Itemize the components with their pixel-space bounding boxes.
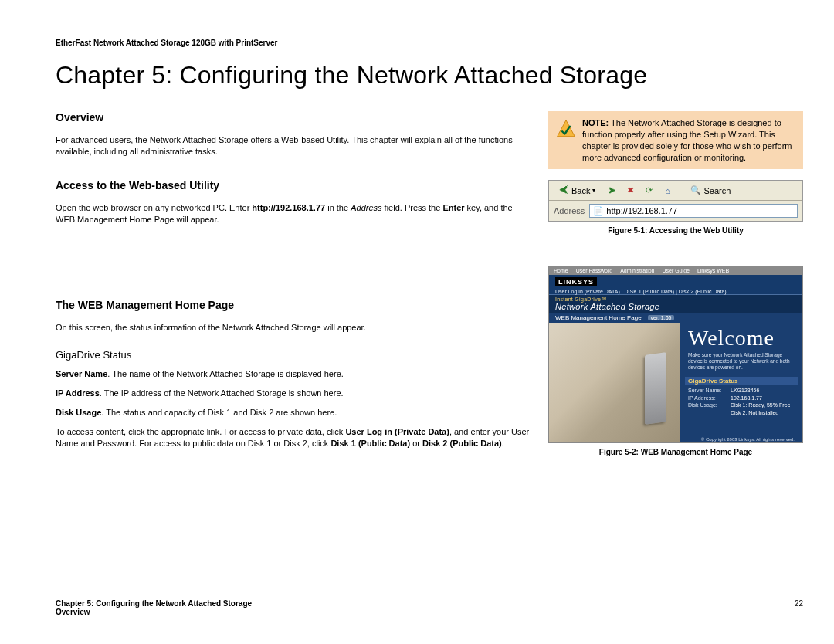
forward-button[interactable]: ⮞ [604, 183, 619, 198]
address-field[interactable]: 📄 http://192.168.1.77 [589, 204, 798, 218]
svg-marker-0 [558, 120, 575, 137]
text: To access content, click the appropriate… [56, 427, 345, 436]
access-body: Open the web browser on any networked PC… [56, 202, 531, 225]
note-label: NOTE: [582, 118, 609, 127]
text: The Network Attached Storage is designed… [582, 118, 792, 162]
chevron-down-icon: ▾ [592, 187, 595, 194]
topnav-link[interactable]: User Password [576, 268, 612, 273]
version-badge: ver. 1.05 [648, 315, 675, 320]
footer-line1: Chapter 5: Configuring the Network Attac… [56, 599, 803, 608]
accesscontent-line: To access content, click the appropriate… [56, 426, 531, 449]
side-column: NOTE: The Network Attached Storage is de… [548, 111, 803, 456]
figure-2-caption: Figure 5-2: WEB Management Home Page [548, 448, 803, 456]
status-val: LKG123456 [731, 387, 795, 395]
main-column: Overview For advanced users, the Network… [56, 111, 531, 456]
webmgmt-photo [549, 323, 680, 443]
status-val: Disk 2: Not Installed [731, 409, 795, 417]
note-callout: NOTE: The Network Attached Storage is de… [548, 111, 803, 169]
status-key [688, 409, 731, 417]
title-text: Network Attached Storage [555, 302, 659, 311]
status-row: IP Address:192.168.1.77 [688, 395, 795, 402]
back-button[interactable]: ⮜ Back ▾ [554, 182, 601, 198]
search-label: Search [703, 186, 731, 195]
browser-toolbar: ⮜ Back ▾ ⮞ ✖ ⟳ ⌂ 🔍 Search [549, 181, 802, 201]
search-button[interactable]: 🔍 Search [685, 183, 736, 198]
topnav-link[interactable]: User Guide [663, 268, 690, 273]
home-button[interactable]: ⌂ [659, 183, 675, 198]
search-icon: 🔍 [690, 185, 701, 195]
page-number: 22 [795, 599, 803, 608]
label: Disk 2 (Public Data) [422, 439, 502, 448]
status-key: Server Name: [688, 387, 731, 395]
label: Disk Usage [56, 408, 101, 417]
text: . The status and capacity of Disk 1 and … [101, 408, 337, 417]
diskusage-line: Disk Usage. The status and capacity of D… [56, 407, 531, 419]
status-key: Disk Usage: [688, 402, 731, 409]
url-text: http://192.168.1.77 [252, 203, 325, 212]
webmgmt-topnav: Home User Password Administration User G… [549, 266, 802, 275]
label: IP Address [56, 388, 100, 398]
page-icon: 📄 [593, 206, 604, 216]
webmgmt-tabbar: User Log in (Private DATA) | DISK 1 (Pub… [555, 289, 796, 294]
separator [680, 184, 680, 198]
text: Open the web browser on any networked PC… [56, 203, 252, 212]
text: Address [351, 203, 381, 212]
label: User Log in (Private Data) [345, 427, 449, 436]
topnav-link[interactable]: Administration [620, 268, 654, 273]
footer-line2: Overview [56, 608, 803, 616]
text: . The name of the Network Attached Stora… [107, 369, 344, 378]
document-header: EtherFast Network Attached Storage 120GB… [56, 39, 803, 47]
subbar-text: WEB Management Home Page [555, 314, 642, 321]
topnav-link[interactable]: Home [554, 268, 568, 273]
status-row: Disk 2: Not Installed [688, 409, 795, 417]
webmgmt-footer: © Copyright 2003 Linksys. All rights res… [688, 437, 795, 442]
back-label: Back [571, 186, 590, 195]
figure-1-caption: Figure 5-1: Accessing the Web Utility [548, 226, 803, 235]
text: Enter [442, 203, 464, 212]
label: Server Name [56, 369, 107, 378]
heading-access: Access to the Web-based Utility [56, 179, 531, 192]
heading-homepage: The WEB Management Home Page [56, 299, 531, 311]
webmgmt-body: Welcome Make sure your Network Attached … [549, 323, 802, 443]
note-text: NOTE: The Network Attached Storage is de… [582, 117, 795, 163]
page-footer: Chapter 5: Configuring the Network Attac… [56, 599, 803, 616]
address-value: http://192.168.1.77 [606, 206, 677, 215]
status-heading: GigaDrive Status [685, 377, 798, 385]
text: . The IP address of the Network Attached… [100, 388, 344, 398]
servername-line: Server Name. The name of the Network Att… [56, 368, 531, 380]
welcome-heading: Welcome [688, 326, 795, 351]
status-key: IP Address: [688, 395, 731, 402]
overview-body: For advanced users, the Network Attached… [56, 134, 531, 158]
refresh-icon: ⟳ [646, 185, 653, 195]
status-row: Server Name:LKG123456 [688, 387, 795, 395]
stop-button[interactable]: ✖ [622, 183, 638, 198]
welcome-subtext: Make sure your Network Attached Storage … [688, 352, 795, 370]
subheading-gigadrive: GigaDrive Status [56, 349, 531, 361]
checkmark-triangle-icon [556, 119, 576, 139]
webmgmt-title: Instant GigaDrive™ Network Attached Stor… [549, 295, 802, 313]
pretitle: Instant GigaDrive™ [555, 297, 796, 302]
forward-arrow-icon: ⮞ [608, 186, 616, 195]
linksys-logo: LINKSYS [555, 277, 597, 286]
status-val: 192.168.1.77 [731, 395, 795, 402]
ipaddress-line: IP Address. The IP address of the Networ… [56, 388, 531, 399]
text: or [410, 439, 422, 448]
address-label: Address [554, 206, 585, 215]
refresh-button[interactable]: ⟳ [641, 183, 656, 198]
browser-mock: ⮜ Back ▾ ⮞ ✖ ⟳ ⌂ 🔍 Search Address [548, 180, 803, 222]
status-val: Disk 1: Ready, 55% Free [731, 402, 795, 409]
home-icon: ⌂ [665, 186, 670, 195]
heading-overview: Overview [56, 111, 531, 124]
label: Disk 1 (Public Data) [331, 439, 410, 448]
topnav-link[interactable]: Linksys WEB [697, 268, 729, 273]
webmgmt-subbar: WEB Management Home Page ver. 1.05 [549, 313, 802, 323]
chapter-title: Chapter 5: Configuring the Network Attac… [56, 61, 803, 90]
text: . [502, 439, 504, 448]
text: in the [325, 203, 351, 212]
address-bar: Address 📄 http://192.168.1.77 [549, 201, 802, 221]
text: field. Press the [382, 203, 443, 212]
status-row: Disk Usage:Disk 1: Ready, 55% Free [688, 402, 795, 409]
homepage-body: On this screen, the status information o… [56, 322, 531, 334]
stop-icon: ✖ [627, 185, 634, 195]
webmgmt-banner: LINKSYS User Log in (Private DATA) | DIS… [549, 275, 802, 295]
